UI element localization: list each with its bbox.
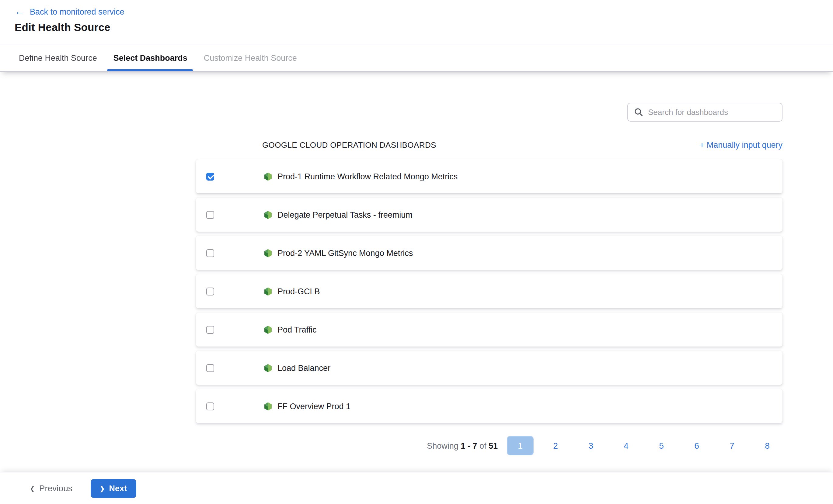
dashboard-hexagon-icon — [263, 172, 272, 181]
row-label: Prod-GCLB — [278, 287, 320, 296]
page-6-button[interactable]: 6 — [679, 436, 714, 455]
row-checkbox[interactable] — [206, 326, 214, 333]
back-to-monitored-service-link[interactable]: ← Back to monitored service — [15, 7, 124, 17]
row-label: Delegate Perpetual Tasks - freemium — [278, 210, 412, 219]
row-checkbox[interactable] — [206, 211, 214, 219]
search-placeholder: Search for dashboards — [648, 108, 728, 117]
row-label: Prod-1 Runtime Workflow Related Mongo Me… — [278, 172, 457, 181]
previous-label: Previous — [39, 483, 72, 493]
list-footer-divider — [196, 424, 783, 424]
tab-select-dashboards[interactable]: Select Dashboards — [114, 44, 187, 71]
row-label: Pod Traffic — [278, 325, 317, 334]
next-button[interactable]: ❯ Next — [91, 479, 136, 498]
page-title: Edit Health Source — [15, 21, 833, 34]
row-label: Prod-2 YAML GitSync Mongo Metrics — [278, 248, 413, 257]
tab-customize-health-source[interactable]: Customize Health Source — [204, 44, 297, 71]
wizard-tabbar: Define Health Source Select Dashboards C… — [0, 44, 833, 71]
table-row[interactable]: Load Balancer — [196, 351, 783, 385]
row-label: Load Balancer — [278, 363, 330, 372]
table-row[interactable]: FF Overview Prod 1 — [196, 389, 783, 423]
dashboard-hexagon-icon — [263, 210, 272, 219]
page-link-label: 5 — [659, 441, 664, 451]
search-input[interactable]: Search for dashboards — [627, 103, 783, 122]
previous-button[interactable]: ❮ Previous — [30, 483, 72, 493]
manually-input-query-link[interactable]: + Manually input query — [700, 141, 783, 150]
row-checkbox[interactable] — [206, 364, 214, 372]
page-3-button[interactable]: 3 — [573, 436, 609, 455]
page-link-label: 6 — [694, 441, 699, 451]
dashboard-hexagon-icon — [263, 248, 272, 257]
page-link-label: 7 — [730, 441, 734, 451]
page-4-button[interactable]: 4 — [609, 436, 644, 455]
row-label: FF Overview Prod 1 — [278, 402, 351, 411]
chevron-left-icon: ❮ — [30, 485, 35, 492]
table-row[interactable]: Prod-2 YAML GitSync Mongo Metrics — [196, 236, 783, 270]
tab-define-health-source[interactable]: Define Health Source — [19, 44, 97, 71]
row-checkbox[interactable] — [206, 287, 214, 295]
page-link-label: 3 — [588, 441, 593, 451]
back-link-label: Back to monitored service — [30, 7, 124, 16]
dashboard-list: Prod-1 Runtime Workflow Related Mongo Me… — [196, 159, 783, 423]
dashboard-hexagon-icon — [263, 363, 272, 372]
row-checkbox[interactable] — [206, 402, 214, 410]
next-label: Next — [109, 484, 127, 493]
dashboard-hexagon-icon — [263, 325, 272, 334]
page-8-button[interactable]: 8 — [749, 436, 785, 455]
page-link-label: 8 — [765, 441, 770, 451]
row-checkbox[interactable] — [206, 172, 214, 180]
wizard-footer: ❮ Previous ❯ Next — [0, 472, 833, 504]
page-link-label: 4 — [624, 441, 628, 451]
edit-health-source-page: ← Back to monitored service Edit Health … — [0, 0, 833, 504]
pagination-summary: Showing 1 - 7 of 51 — [427, 441, 498, 450]
search-icon — [634, 108, 643, 117]
chevron-right-icon: ❯ — [100, 485, 105, 492]
page-7-button[interactable]: 7 — [714, 436, 749, 455]
table-row[interactable]: Prod-1 Runtime Workflow Related Mongo Me… — [196, 159, 783, 193]
dashboards-section-title: GOOGLE CLOUD OPERATION DASHBOARDS — [262, 141, 436, 150]
page-2-button[interactable]: 2 — [538, 436, 573, 455]
table-row[interactable]: Pod Traffic — [196, 312, 783, 347]
dashboard-hexagon-icon — [263, 402, 272, 411]
page-header: ← Back to monitored service Edit Health … — [0, 0, 833, 44]
row-checkbox[interactable] — [206, 249, 214, 257]
active-page-indicator: 1 — [507, 436, 533, 455]
table-row[interactable]: Delegate Perpetual Tasks - freemium — [196, 198, 783, 232]
table-row[interactable]: Prod-GCLB — [196, 274, 783, 308]
page-1-button[interactable]: 1 — [503, 436, 538, 455]
pagination: Showing 1 - 7 of 51 12345678 — [196, 436, 785, 455]
main-content: Search for dashboards GOOGLE CLOUD OPERA… — [0, 71, 833, 472]
page-5-button[interactable]: 5 — [644, 436, 679, 455]
back-arrow-icon: ← — [15, 7, 24, 17]
page-link-label: 2 — [553, 441, 558, 451]
dashboard-hexagon-icon — [263, 287, 272, 296]
